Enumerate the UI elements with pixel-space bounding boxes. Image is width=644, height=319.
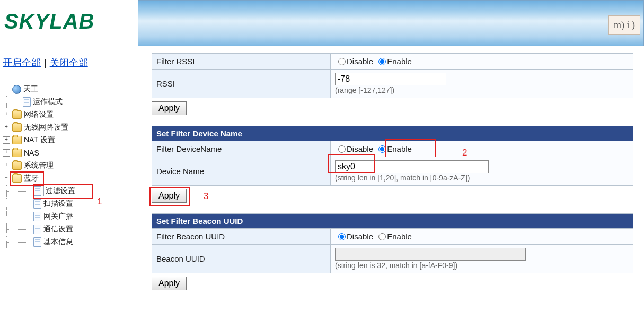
header-banner: m) i ) <box>138 0 644 46</box>
mi-icon: m) i ) <box>608 15 640 35</box>
brand-logo: SKYLAB <box>4 10 94 33</box>
